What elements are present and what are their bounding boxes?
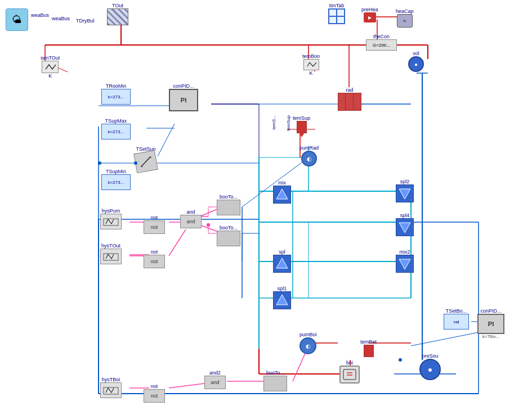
pumrad-icon: ◐	[301, 151, 317, 166]
and1-gate: and	[180, 215, 202, 228]
booto2-block[interactable]: booTo...	[217, 225, 240, 246]
boi-label: boi	[346, 360, 353, 366]
spl4-block[interactable]: spl4	[396, 213, 414, 236]
pi1-icon: PI	[169, 89, 198, 111]
rad-block[interactable]: rad	[338, 87, 361, 111]
tout-hatch	[107, 8, 128, 25]
not2-gate: not	[144, 255, 165, 268]
pumboi-icon: ◐	[299, 337, 316, 354]
svg-line-72	[151, 156, 151, 158]
spl1-label: spl1	[278, 286, 287, 291]
pumboi-block[interactable]: pumBoi ◐	[299, 332, 317, 354]
and2-block[interactable]: and2 and	[204, 370, 226, 389]
svg-line-24	[169, 229, 186, 256]
hystout-block[interactable]: hysTOut	[100, 243, 122, 264]
weather-icon: 🌤	[6, 8, 28, 31]
conpid2-block[interactable]: conPID... PI k=TBo...	[477, 308, 504, 339]
mix2-icon	[396, 255, 414, 273]
booto2-box	[217, 231, 240, 246]
svg-rect-73	[104, 219, 118, 225]
svg-line-62	[158, 124, 175, 156]
spl-icon	[273, 255, 291, 273]
tout-block[interactable]: TOut	[107, 3, 128, 25]
svg-rect-84	[104, 387, 118, 394]
svg-rect-74	[104, 254, 118, 260]
svg-line-70	[140, 156, 152, 166]
pumrad-block[interactable]: pumRad ◐	[299, 145, 319, 166]
presou-block[interactable]: preSou ●	[419, 353, 441, 380]
tsetbo-label: TSetBo...	[446, 308, 467, 314]
tsetbo-block[interactable]: TSetBo... val	[444, 308, 469, 330]
svg-marker-78	[276, 258, 288, 268]
mix2-label: mix2	[399, 249, 410, 255]
mix2-block[interactable]: mix2	[396, 249, 414, 273]
temsup-label-block: temSup	[286, 115, 291, 131]
temsup-block[interactable]: temSup	[293, 115, 310, 133]
hystboi-block[interactable]: hysTBoi	[100, 377, 122, 398]
mix-block[interactable]: mix	[273, 180, 291, 204]
connection-lines	[0, 0, 532, 406]
presou-label: preSou	[422, 353, 438, 359]
junction-dot-4	[399, 358, 402, 362]
temret-label: temRet	[360, 339, 377, 345]
prehea-icon: ▶	[364, 12, 376, 22]
booto3-box	[263, 376, 287, 391]
hyspum-block[interactable]: hysPum	[100, 208, 122, 229]
and1-label: and	[186, 209, 195, 215]
svg-marker-77	[399, 223, 410, 233]
tsupmax-label: TSupMax	[105, 118, 127, 124]
tsupmax-block[interactable]: TSupMax k=273...	[101, 118, 131, 139]
ktbo-label: k=TBo...	[482, 334, 499, 339]
thecon-block[interactable]: theCon G=200...	[366, 34, 397, 51]
boi-icon	[339, 366, 360, 384]
spl1-block[interactable]: spl1	[273, 286, 291, 309]
not1-block[interactable]: not not	[144, 215, 165, 234]
booto2-label: booTo...	[220, 225, 238, 231]
temsup-label: temSup	[293, 115, 310, 121]
troomin-label: TRooMin	[106, 83, 127, 89]
conpid1-block[interactable]: conPID... PI	[169, 83, 198, 111]
temret-icon	[364, 345, 374, 357]
hyspum-label: hysPum	[102, 208, 120, 214]
booto1-block[interactable]: booTo...	[217, 194, 240, 215]
timtab-label: timTab	[329, 3, 345, 8]
weabus2-label: weaBus	[52, 16, 70, 21]
heacap-block[interactable]: heaCap ≈	[396, 8, 414, 28]
svg-rect-81	[343, 369, 356, 380]
not2-block[interactable]: not not	[144, 249, 165, 268]
boi-block[interactable]: boi	[339, 360, 360, 384]
temboo-block[interactable]: temBoo K	[302, 53, 320, 76]
pi2-icon: PI	[477, 314, 504, 334]
hystboi-icon	[100, 382, 122, 398]
temret-block[interactable]: temRet	[360, 339, 377, 357]
and2-label: and2	[209, 370, 221, 376]
temsup-icon	[297, 121, 307, 133]
spl-block[interactable]: spl	[273, 249, 291, 273]
timtab-block[interactable]: timTab	[328, 3, 345, 24]
and1-block[interactable]: and and	[180, 209, 202, 228]
vol-icon: ●	[408, 56, 424, 72]
junction-dot-3	[134, 161, 137, 165]
troomin-block[interactable]: TRooMin k=273...	[101, 83, 131, 105]
conpid1-label: conPID...	[173, 83, 194, 89]
prehea-block[interactable]: preHea ▶	[361, 7, 378, 22]
not3-gate: not	[144, 389, 165, 403]
tsupmin-block[interactable]: TSupMin k=273...	[101, 169, 131, 190]
spl2-block[interactable]: spl2	[396, 179, 414, 202]
hystboi-label: hysTBoi	[102, 377, 120, 382]
pumrad-label: pumRad	[299, 145, 319, 151]
sentout-block[interactable]: senTOut K	[41, 55, 60, 79]
svg-line-71	[141, 166, 142, 167]
booto3-block[interactable]: booTo...	[263, 370, 287, 391]
spl1-icon	[273, 291, 291, 309]
vol-block[interactable]: vol ●	[408, 51, 424, 72]
temboo-label: temBoo	[302, 53, 320, 59]
tdrybul-label-block: TDryBul	[76, 18, 95, 24]
heacap-icon: ≈	[397, 14, 413, 28]
weabus2-label-block: weaBus	[52, 16, 70, 21]
pumboi-label: pumBoi	[299, 332, 317, 337]
timtab-icon	[328, 8, 345, 24]
tsetsup-block[interactable]: TSetSup	[135, 146, 157, 172]
not3-block[interactable]: not not	[144, 384, 165, 403]
mix-label: mix	[278, 180, 286, 186]
